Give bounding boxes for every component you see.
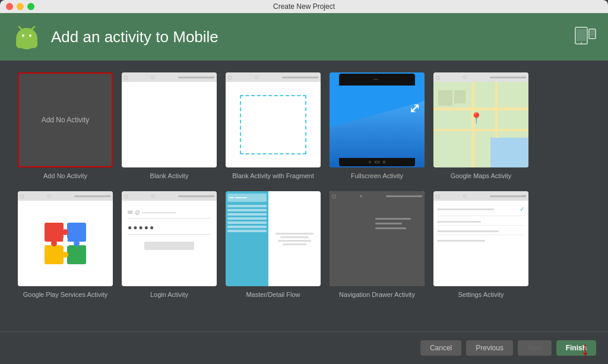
close-button[interactable] — [6, 3, 13, 10]
fullscreen-mockup: ⤢ — [330, 72, 425, 167]
settings-row-1: ✓ — [437, 205, 525, 216]
svg-rect-9 — [577, 29, 586, 41]
activity-label-no-activity: Add No Activity — [43, 172, 87, 179]
mockup-header-fragment: ◻ ··· — [226, 72, 321, 82]
dialog-footer: Cancel Previous Next Finish ↓ — [0, 331, 608, 364]
blank-mockup: ◻ ··· — [122, 72, 217, 167]
mockup-dots-fragment: ··· — [314, 74, 319, 80]
activity-item-nav[interactable]: ≡ ··· Navi — [330, 191, 425, 298]
svg-point-10 — [581, 42, 582, 43]
mockup-header: ◻ ··· — [122, 72, 217, 82]
login-header: ◻ ··· — [122, 191, 217, 201]
puzzle-svg — [42, 220, 89, 267]
android-icon — [12, 22, 42, 52]
nav-dots: ··· — [418, 192, 423, 199]
play-dots: ··· — [106, 192, 111, 199]
dialog-header: Add an activity to Mobile — [0, 13, 608, 61]
activity-item-master[interactable]: ··· — [226, 191, 321, 298]
activity-item-maps[interactable]: ◻ ··· — [433, 72, 528, 179]
svg-rect-13 — [45, 223, 64, 242]
page-title: Add an activity to Mobile — [51, 28, 218, 46]
map-pin: 📍 — [470, 112, 483, 125]
activity-thumbnail-maps[interactable]: ◻ ··· — [433, 72, 528, 167]
activity-thumbnail-fullscreen[interactable]: ⤢ — [330, 72, 425, 167]
nav-main-content — [375, 218, 420, 229]
activity-thumbnail-nav[interactable]: ≡ ··· — [330, 191, 425, 286]
fullscreen-top-bar — [339, 74, 415, 86]
activity-item-blank[interactable]: ◻ ··· Blank Activity — [122, 72, 217, 179]
settings-checkmark: ✓ — [520, 205, 525, 213]
master-header: ··· — [227, 194, 267, 202]
svg-point-18 — [62, 252, 68, 258]
cancel-button[interactable]: Cancel — [420, 340, 461, 356]
activity-thumbnail-settings[interactable]: ◻ ··· ✓ — [433, 191, 528, 286]
fragment-mockup: ◻ ··· — [226, 72, 321, 167]
activity-item-play[interactable]: ◻ ··· — [18, 191, 113, 298]
activity-thumbnail-blank[interactable]: ◻ ··· — [122, 72, 217, 167]
svg-point-19 — [51, 240, 57, 246]
activity-item-fullscreen[interactable]: ⤢ Fullscreen Activity — [330, 72, 425, 179]
nav-content — [330, 201, 425, 286]
fullscreen-arrows-icon: ⤢ — [409, 101, 420, 116]
nav-header: ≡ ··· — [330, 191, 425, 201]
activity-item-fragment[interactable]: ◻ ··· Blank Activity with Fragment — [226, 72, 321, 179]
fullscreen-bottom-bar — [339, 158, 415, 166]
activity-label-maps: Google Maps Activity — [451, 172, 512, 179]
login-content: ✉ @ ───────── ●●●●● — [122, 201, 217, 286]
activity-label-fragment: Blank Activity with Fragment — [232, 172, 314, 179]
play-content — [18, 201, 113, 286]
settings-dots: ··· — [522, 192, 527, 199]
activity-thumbnail-fragment[interactable]: ◻ ··· — [226, 72, 321, 167]
login-dots: ··· — [210, 192, 215, 199]
activity-label-settings: Settings Activity — [458, 291, 504, 298]
activity-item-no-activity[interactable]: Add No Activity Add No Activity — [18, 72, 113, 179]
next-button[interactable]: Next — [518, 340, 552, 356]
settings-row-3 — [437, 230, 525, 235]
settings-row-4 — [437, 240, 525, 242]
svg-point-3 — [29, 34, 31, 37]
login-mockup: ◻ ··· ✉ @ ───────── — [122, 191, 217, 286]
svg-point-21 — [63, 237, 68, 242]
svg-rect-15 — [45, 245, 64, 264]
detail-panel — [268, 191, 321, 286]
device-icon — [575, 27, 596, 47]
svg-point-2 — [22, 34, 24, 37]
settings-row-2 — [437, 221, 525, 226]
play-mockup: ◻ ··· — [18, 191, 113, 286]
activity-label-nav: Navigation Drawer Activity — [339, 291, 415, 298]
svg-rect-14 — [67, 223, 86, 242]
activity-gallery: Add No Activity Add No Activity ◻ ··· Bl… — [0, 61, 608, 331]
svg-point-22 — [62, 242, 69, 247]
settings-content: ✓ — [433, 201, 528, 286]
svg-point-17 — [62, 229, 68, 235]
activity-thumbnail-master[interactable]: ··· — [226, 191, 321, 286]
activity-item-login[interactable]: ◻ ··· ✉ @ ───────── — [122, 191, 217, 298]
window-title: Create New Project — [273, 2, 335, 11]
settings-mockup: ◻ ··· ✓ — [433, 191, 528, 286]
window-controls[interactable] — [6, 3, 34, 10]
red-arrow-indicator: ↓ — [581, 339, 590, 358]
master-list-panel: ··· — [226, 191, 268, 286]
play-header: ◻ ··· — [18, 191, 113, 201]
maps-dots: ··· — [522, 74, 527, 80]
activity-label-fullscreen: Fullscreen Activity — [351, 172, 403, 179]
maps-content: 📍 — [433, 82, 528, 167]
svg-rect-7 — [34, 40, 37, 47]
login-email-row: ✉ @ ───────── — [128, 209, 211, 219]
svg-line-5 — [31, 27, 34, 30]
maps-header: ◻ ··· — [433, 72, 528, 82]
activity-thumbnail-login[interactable]: ◻ ··· ✉ @ ───────── — [122, 191, 217, 286]
svg-line-4 — [19, 27, 22, 30]
activity-item-settings[interactable]: ◻ ··· ✓ — [433, 191, 528, 298]
previous-button[interactable]: Previous — [466, 340, 513, 356]
activity-thumbnail-play[interactable]: ◻ ··· — [18, 191, 113, 286]
nav-mockup: ≡ ··· — [330, 191, 425, 286]
login-password-row: ●●●●● — [128, 223, 211, 235]
activity-label-master: Master/Detail Flow — [246, 291, 300, 298]
svg-point-20 — [74, 240, 80, 246]
maximize-button[interactable] — [27, 3, 34, 10]
svg-rect-16 — [67, 245, 86, 264]
title-bar: Create New Project — [0, 0, 608, 13]
activity-thumbnail-no-activity[interactable]: Add No Activity — [18, 72, 113, 167]
minimize-button[interactable] — [17, 3, 24, 10]
